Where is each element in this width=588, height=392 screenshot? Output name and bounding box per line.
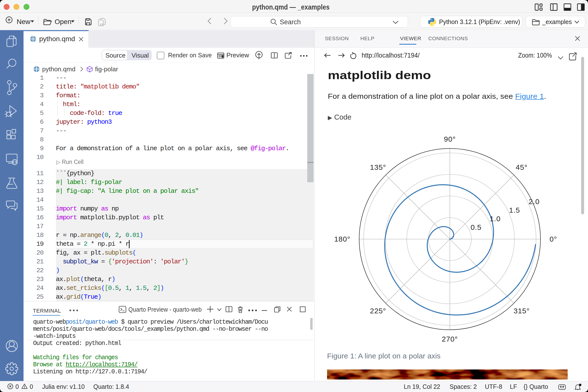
svg-text:270°: 270°: [442, 335, 458, 343]
svg-text:315°: 315°: [514, 307, 530, 315]
svg-text:1.5: 1.5: [509, 206, 520, 214]
svg-text:1.0: 1.0: [490, 214, 501, 223]
svg-text:0°: 0°: [550, 235, 557, 243]
svg-text:90°: 90°: [444, 135, 456, 143]
svg-text:45°: 45°: [516, 163, 528, 171]
svg-text:2.0: 2.0: [529, 198, 540, 206]
svg-text:135°: 135°: [370, 163, 386, 171]
svg-text:0.5: 0.5: [471, 223, 482, 231]
svg-text:180°: 180°: [334, 235, 350, 243]
svg-text:225°: 225°: [370, 307, 386, 315]
